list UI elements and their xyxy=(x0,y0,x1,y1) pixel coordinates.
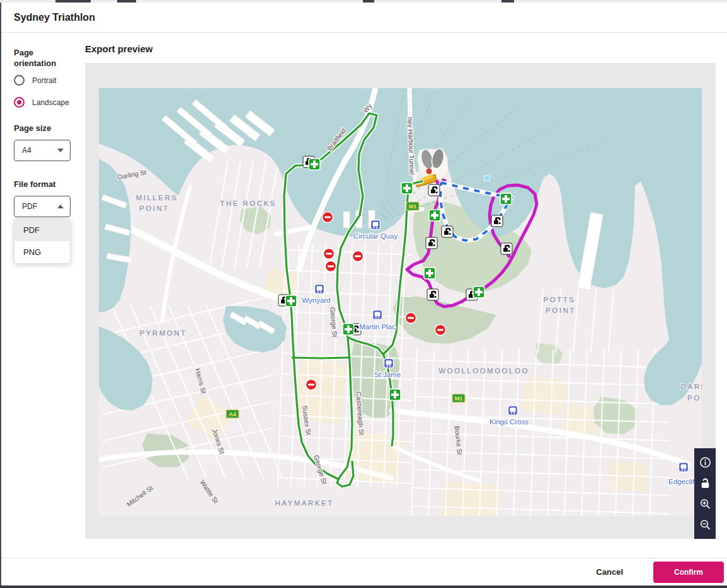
svg-text:POINT: POINT xyxy=(687,394,702,402)
svg-text:PYRMONT: PYRMONT xyxy=(140,329,187,337)
route-shield: M1 xyxy=(406,202,419,210)
confirm-button[interactable]: Confirm xyxy=(653,562,724,583)
export-preview-panel: Export preview A4M1M1Circular QuayWynyar… xyxy=(84,33,727,558)
svg-text:HAYMARKET: HAYMARKET xyxy=(275,499,333,507)
preview-canvas: A4M1M1Circular QuayWynyardMartin PlacSt … xyxy=(85,63,716,539)
page-size-label: Page size xyxy=(14,123,74,133)
water-station-marker[interactable] xyxy=(428,184,440,196)
first-aid-marker[interactable] xyxy=(500,193,512,205)
dropdown-option-pdf[interactable]: PDF xyxy=(14,219,70,241)
dialog-footer: Cancel Confirm xyxy=(1,558,727,585)
no-entry-marker[interactable] xyxy=(406,313,416,324)
svg-text:POINT: POINT xyxy=(546,307,576,314)
first-aid-marker[interactable] xyxy=(473,286,484,298)
cancel-button[interactable]: Cancel xyxy=(587,562,632,582)
dialog-header: Sydney Triathlon xyxy=(1,3,727,33)
svg-text:DARLING: DARLING xyxy=(681,383,702,390)
svg-text:Wynyard: Wynyard xyxy=(302,297,330,304)
no-entry-marker[interactable] xyxy=(435,325,446,336)
route-shield: A4 xyxy=(226,410,239,418)
file-format-label: File format xyxy=(14,179,74,189)
first-aid-marker[interactable] xyxy=(389,389,401,400)
water-station-marker[interactable] xyxy=(491,215,503,227)
radio-portrait-circle[interactable] xyxy=(14,75,25,86)
no-entry-marker[interactable] xyxy=(324,249,335,259)
unlock-icon[interactable] xyxy=(698,477,712,490)
svg-text:WOOLLOOMOOLOO: WOOLLOOMOOLOO xyxy=(438,367,529,375)
svg-text:M1: M1 xyxy=(455,395,463,402)
no-entry-marker[interactable] xyxy=(326,261,336,272)
page-orientation-label: Page orientation xyxy=(14,47,74,69)
first-aid-marker[interactable] xyxy=(285,295,297,307)
svg-text:Circular Quay: Circular Quay xyxy=(353,232,398,240)
svg-text:St Jame: St Jame xyxy=(374,371,401,378)
export-dialog: Sydney Triathlon Page orientation Portra… xyxy=(1,3,727,585)
chevron-up-icon xyxy=(57,205,64,208)
svg-text:THE ROCKS: THE ROCKS xyxy=(220,200,277,207)
no-entry-marker[interactable] xyxy=(306,380,317,390)
radio-portrait[interactable]: Portrait xyxy=(14,75,84,86)
info-icon[interactable] xyxy=(698,456,712,470)
svg-text:MILLERS: MILLERS xyxy=(136,194,178,201)
preview-heading: Export preview xyxy=(85,43,153,54)
radio-portrait-label: Portrait xyxy=(32,76,57,85)
page-behind-bottom-strip xyxy=(0,585,727,588)
first-aid-marker[interactable] xyxy=(401,183,413,194)
file-format-select[interactable]: PDF xyxy=(14,196,71,217)
first-aid-marker[interactable] xyxy=(429,210,440,221)
page-size-select[interactable]: A4 xyxy=(14,140,71,161)
svg-text:Edgecliff: Edgecliff xyxy=(668,478,697,485)
svg-text:POTTS: POTTS xyxy=(544,296,576,303)
first-aid-marker[interactable] xyxy=(343,324,354,335)
svg-text:M1: M1 xyxy=(409,203,417,210)
page-size-value: A4 xyxy=(22,146,31,155)
no-entry-marker[interactable] xyxy=(353,251,364,262)
radio-landscape-circle[interactable] xyxy=(14,97,25,108)
no-entry-marker[interactable] xyxy=(323,212,333,223)
dropdown-option-png[interactable]: PNG xyxy=(14,241,70,263)
export-options-sidebar: Page orientation Portrait Landscape Page… xyxy=(1,33,84,558)
svg-text:Martin Plac: Martin Plac xyxy=(359,323,396,331)
file-format-value: PDF xyxy=(22,202,37,211)
file-format-dropdown: PDF PNG xyxy=(14,218,71,264)
svg-text:POINT: POINT xyxy=(139,205,169,212)
svg-text:Kings Cross: Kings Cross xyxy=(489,418,529,426)
map-toolbar xyxy=(694,448,716,539)
route-shield: M1 xyxy=(452,394,465,402)
radio-landscape[interactable]: Landscape xyxy=(14,97,84,108)
map-preview[interactable]: A4M1M1Circular QuayWynyardMartin PlacSt … xyxy=(99,88,702,516)
svg-text:A4: A4 xyxy=(229,411,236,417)
water-station-marker[interactable] xyxy=(501,243,512,254)
chevron-down-icon xyxy=(57,149,64,152)
zoom-out-icon[interactable] xyxy=(698,518,712,532)
water-station-marker[interactable] xyxy=(442,226,453,237)
water-station-marker[interactable] xyxy=(427,289,438,300)
zoom-in-icon[interactable] xyxy=(698,497,712,511)
water-station-marker[interactable] xyxy=(426,237,437,249)
first-aid-marker[interactable] xyxy=(424,268,435,279)
dialog-title: Sydney Triathlon xyxy=(1,12,95,23)
first-aid-marker[interactable] xyxy=(309,159,320,170)
radio-landscape-label: Landscape xyxy=(32,98,69,107)
